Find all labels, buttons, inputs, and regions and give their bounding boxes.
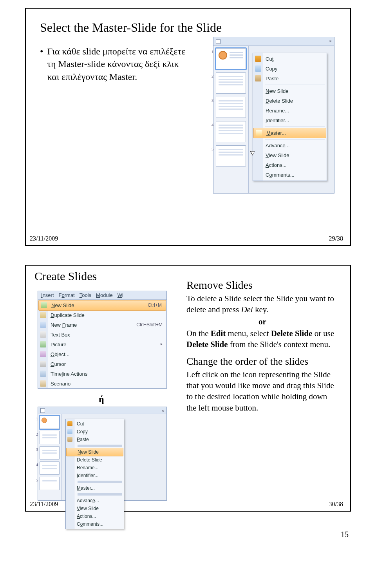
change-order-title: Change the order of the slides <box>186 356 338 367</box>
thumb-num: 4 <box>212 122 214 127</box>
slide-thumb-3[interactable]: 3 <box>216 97 246 118</box>
thumb-num: 2 <box>212 74 214 78</box>
slide-2: Create Slides InsertFormatToolsModuleWi … <box>25 265 351 512</box>
menu-item-timeline-actions[interactable]: Timeline Actions <box>38 369 166 379</box>
ico-pic-icon <box>40 341 46 347</box>
menu-item-cut[interactable]: Cut <box>253 54 327 64</box>
panel-tab-icon <box>40 408 45 413</box>
menubar-wi[interactable]: Wi <box>118 292 123 298</box>
slide-thumb-2[interactable]: 2 <box>216 72 246 94</box>
change-order-body: Left click on the icon representing the … <box>186 369 338 413</box>
thumbnail-column: 1 2 3 4 5 <box>213 46 249 193</box>
menu-item-duplicate-slide[interactable]: Duplicate Slide <box>38 310 166 320</box>
ico-master-icon <box>256 130 262 136</box>
thumb-num: 5 <box>36 478 38 482</box>
slide1-title: Select the Master-Slide for the Slide <box>40 20 336 35</box>
ico-paste-icon <box>67 437 72 442</box>
thumb-num: 1 <box>212 49 214 54</box>
avatar-icon <box>219 51 227 60</box>
menu-item-cursor[interactable]: Cursor <box>38 359 166 369</box>
or-label: or <box>186 316 338 327</box>
ico-tl-icon <box>40 371 46 377</box>
menu-item-delete-slide[interactable]: Delete Slide <box>253 96 327 106</box>
menu-item-new-frame[interactable]: New FrameCtrl+Shift+M <box>38 320 166 330</box>
ico-obj-icon <box>40 351 46 357</box>
menu-item-rename-[interactable]: Rename... <box>66 464 124 472</box>
thumb-num: 3 <box>212 98 214 103</box>
ico-tb-icon <box>40 331 46 338</box>
insert-menu-screenshot: InsertFormatToolsModuleWi New SlideCtrl+… <box>38 291 167 389</box>
menu-item-master-[interactable]: Master... <box>253 128 326 138</box>
menubar-format[interactable]: Format <box>59 292 75 298</box>
menu-item-paste[interactable]: Paste <box>253 74 327 83</box>
menu-item-comments-[interactable]: Comments... <box>253 170 327 180</box>
slide-thumb-3[interactable]: 3 <box>40 446 60 460</box>
menu-item-text-box[interactable]: Text Box <box>38 330 166 340</box>
menu-item-new-slide[interactable]: New Slide <box>253 86 327 96</box>
slide1-bullet-text: Για κάθε slide μπορείτε να επιλέξετε τη … <box>47 45 189 83</box>
menu-item-new-slide[interactable]: New Slide <box>66 448 123 456</box>
slide-thumb-1[interactable]: 1 <box>216 48 246 69</box>
slide2-footer: 23/11/2009 30/38 <box>30 501 343 508</box>
close-icon[interactable]: × <box>162 408 164 413</box>
context-menu-screenshot-2: × 1 2 3 4 5 CutCopyPasteNew SlideDelete … <box>38 407 167 501</box>
slide1-bullet: • Για κάθε slide μπορείτε να επιλέξετε τ… <box>40 45 189 83</box>
menu-item-copy[interactable]: Copy <box>66 428 124 436</box>
menu-item-actions-[interactable]: Actions... <box>66 512 124 520</box>
thumb-num: 4 <box>36 463 38 467</box>
menu-item-rename-[interactable]: Rename... <box>253 106 327 116</box>
slide-thumb-5[interactable]: 5 <box>40 477 60 490</box>
ico-cur-icon <box>40 361 46 367</box>
menu-item-copy[interactable]: Copy <box>253 64 327 74</box>
thumb-num: 1 <box>36 417 38 421</box>
ico-paste-icon <box>255 75 261 81</box>
footer-date: 23/11/2009 <box>30 501 58 508</box>
menu-item-paste[interactable]: Paste <box>66 436 124 443</box>
slide-thumb-4[interactable]: 4 <box>40 461 60 475</box>
thumb-num: 2 <box>36 432 38 436</box>
ico-cut-icon <box>255 56 261 62</box>
remove-slides-title: Remove Slides <box>186 279 338 291</box>
slide-thumb-1[interactable]: 1 <box>40 416 60 429</box>
menu-item-scenario[interactable]: Scenario <box>38 379 166 389</box>
footer-page: 30/38 <box>329 501 343 508</box>
menu-item-view-slide[interactable]: View Slide <box>253 150 327 160</box>
menu-item-object-[interactable]: Object... <box>38 349 166 359</box>
menu-item-advance-[interactable]: Advance... <box>253 141 327 150</box>
ico-sc-icon <box>40 380 46 387</box>
menu-item-picture[interactable]: Picture▸ <box>38 340 166 349</box>
slide1-footer: 23/11/2009 29/38 <box>30 235 343 242</box>
slide1-screenshot: × 1 2 3 4 <box>213 37 334 194</box>
panel-header: × <box>213 37 334 46</box>
menu-item-identifier-[interactable]: Identifier... <box>66 472 124 479</box>
menu-item-actions-[interactable]: Actions... <box>253 160 327 170</box>
ico-dup-icon <box>40 312 46 318</box>
menu-item-master-[interactable]: Master... <box>66 484 124 492</box>
remove-slides-body: To delete a Slide select the Slide you w… <box>186 293 338 315</box>
slide-thumb-2[interactable]: 2 <box>40 431 60 444</box>
avatar-icon <box>42 418 47 423</box>
bullet-dot: • <box>40 45 43 83</box>
menu-item-new-slide[interactable]: New SlideCtrl+M <box>38 300 166 311</box>
menu-item-delete-slide[interactable]: Delete Slide <box>66 456 124 464</box>
menubar[interactable]: InsertFormatToolsModuleWi <box>38 291 166 300</box>
slide-thumb-4[interactable]: 4 <box>216 121 246 142</box>
slide-thumb-5[interactable]: 5 <box>216 145 246 166</box>
menu-item-cut[interactable]: Cut <box>66 420 124 428</box>
menubar-insert[interactable]: Insert <box>41 292 54 298</box>
context-menu[interactable]: CutCopyPasteNew SlideDelete SlideRename.… <box>253 53 327 181</box>
ico-cut-icon <box>67 421 72 426</box>
ico-frame-icon <box>40 322 46 328</box>
menubar-module[interactable]: Module <box>96 292 113 298</box>
footer-date: 23/11/2009 <box>30 235 58 242</box>
thumb-num: 3 <box>36 447 38 452</box>
greek-or: ή <box>99 394 104 405</box>
footer-page: 29/38 <box>329 235 343 242</box>
menu-item-comments-[interactable]: Comments... <box>66 520 124 528</box>
page-number: 15 <box>341 530 349 539</box>
panel-tab-icon <box>216 39 221 44</box>
menubar-tools[interactable]: Tools <box>80 292 91 298</box>
close-icon[interactable]: × <box>329 38 332 44</box>
context-menu-2[interactable]: CutCopyPasteNew SlideDelete SlideRename.… <box>65 419 124 529</box>
menu-item-identifier-[interactable]: Identifier... <box>253 116 327 125</box>
